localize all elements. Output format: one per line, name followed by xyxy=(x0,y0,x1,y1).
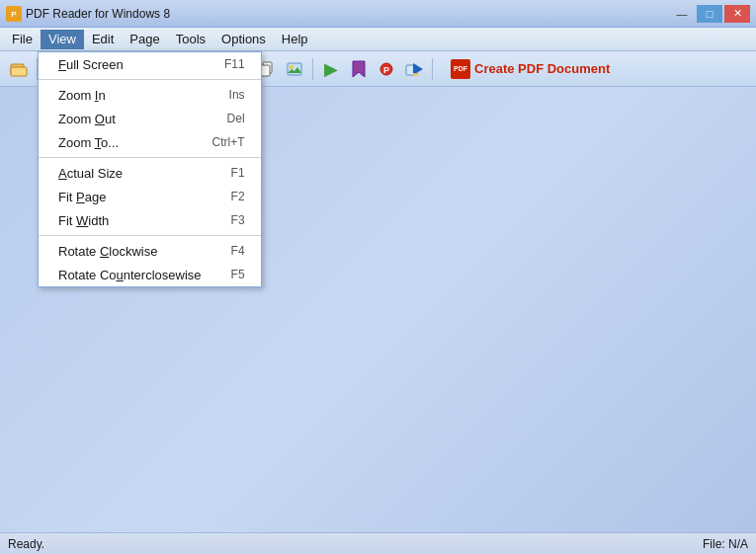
menu-fit-width[interactable]: Fit Width F3 xyxy=(39,208,261,232)
separator-1 xyxy=(39,79,261,80)
status-right: File: N/A xyxy=(703,537,748,551)
svg-text:P: P xyxy=(383,65,389,75)
title-bar-left: P PDF Reader for Windows 8 xyxy=(6,6,170,22)
menu-tools[interactable]: Tools xyxy=(168,30,213,49)
menu-rotate-clockwise[interactable]: Rotate Clockwise F4 xyxy=(39,239,261,263)
status-left: Ready. xyxy=(8,537,44,551)
window-title: PDF Reader for Windows 8 xyxy=(26,7,170,21)
status-bar: Ready. File: N/A xyxy=(0,532,756,554)
svg-rect-5 xyxy=(261,65,270,76)
menu-fullscreen[interactable]: Full Screen F11 xyxy=(39,52,261,76)
menu-zoom-to[interactable]: Zoom To... Ctrl+T xyxy=(39,130,261,154)
maximize-button[interactable]: □ xyxy=(697,5,722,23)
open-button[interactable] xyxy=(6,56,32,82)
view-dropdown-menu: Full Screen F11 Zoom In Ins Zoom Out Del… xyxy=(38,51,262,287)
minimize-button[interactable]: — xyxy=(669,5,695,23)
close-button[interactable]: ✕ xyxy=(724,5,750,23)
menu-options[interactable]: Options xyxy=(213,30,274,49)
svg-rect-14 xyxy=(413,73,417,76)
menu-fit-page[interactable]: Fit Page F2 xyxy=(39,185,261,208)
title-bar: P PDF Reader for Windows 8 — □ ✕ xyxy=(0,0,756,28)
menu-page[interactable]: Page xyxy=(122,30,167,49)
menu-view[interactable]: View xyxy=(41,30,84,49)
svg-point-7 xyxy=(290,65,294,69)
create-pdf-button[interactable]: PDF Create PDF Document xyxy=(442,55,619,83)
menu-bar: File View Edit Page Tools Options Help F… xyxy=(0,28,756,51)
bookmark-button[interactable] xyxy=(346,56,372,82)
svg-marker-9 xyxy=(353,61,365,77)
menu-edit[interactable]: Edit xyxy=(84,30,122,49)
create-pdf-label: Create PDF Document xyxy=(474,61,610,76)
svg-text:P: P xyxy=(11,10,17,19)
menu-zoom-out[interactable]: Zoom Out Del xyxy=(39,107,261,130)
separator-2 xyxy=(39,157,261,158)
toolbar-sep-4 xyxy=(312,58,313,80)
export-button[interactable] xyxy=(401,56,427,82)
svg-rect-6 xyxy=(288,63,301,75)
pdf-icon: PDF xyxy=(451,59,470,79)
menu-zoom-in[interactable]: Zoom In Ins xyxy=(39,83,261,107)
record-button[interactable]: P xyxy=(374,56,399,82)
next-button[interactable]: ▶ xyxy=(318,56,344,82)
app-icon: P xyxy=(6,6,22,22)
menu-file[interactable]: File xyxy=(4,30,41,49)
menu-help[interactable]: Help xyxy=(274,30,316,49)
separator-3 xyxy=(39,235,261,236)
menu-rotate-counterclosewise[interactable]: Rotate Counterclosewise F5 xyxy=(39,263,261,286)
title-bar-controls: — □ ✕ xyxy=(669,5,750,23)
toolbar-sep-5 xyxy=(432,58,433,80)
menu-actual-size[interactable]: Actual Size F1 xyxy=(39,161,261,185)
image-button[interactable] xyxy=(282,56,307,82)
svg-rect-3 xyxy=(11,67,27,76)
